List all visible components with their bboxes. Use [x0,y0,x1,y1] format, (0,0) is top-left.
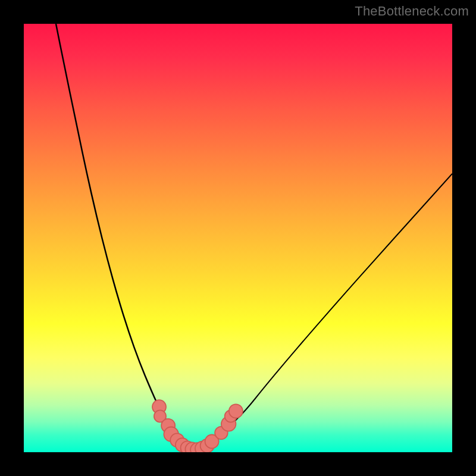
curve-left-branch [56,24,192,451]
chart-frame: TheBottleneck.com [0,0,476,476]
marker-cluster [152,400,243,452]
chart-svg [24,24,452,452]
plot-area [24,24,452,452]
watermark-label: TheBottleneck.com [355,4,469,19]
marker-dot [229,404,243,418]
